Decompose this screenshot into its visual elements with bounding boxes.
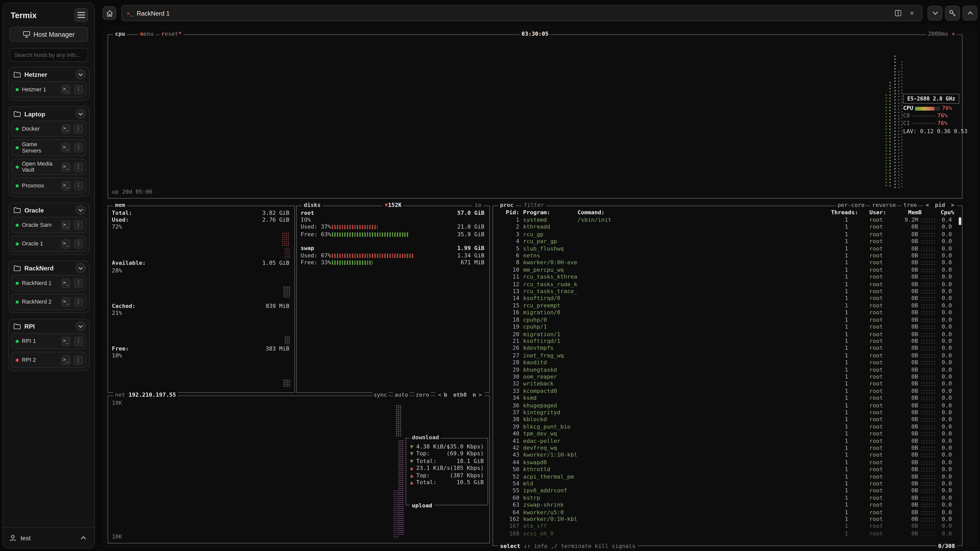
process-row[interactable]: 42devfreq_wq 1root0B 0.0 bbox=[497, 445, 958, 452]
reverse-tab[interactable]: reverse bbox=[871, 202, 897, 209]
host-terminal-button[interactable]: >_ bbox=[61, 143, 71, 152]
col-cpu[interactable]: Cpu% bbox=[941, 209, 954, 216]
tab-close-button[interactable]: × bbox=[907, 8, 917, 18]
host-menu-button[interactable]: ⋮ bbox=[74, 239, 83, 249]
host-terminal-button[interactable]: >_ bbox=[61, 221, 71, 230]
process-row[interactable]: 19cpuhp/1 1root0B 0.0 bbox=[497, 324, 958, 331]
host-menu-button[interactable]: ⋮ bbox=[74, 337, 83, 346]
sidebar-menu-button[interactable] bbox=[74, 8, 88, 22]
proc-rows[interactable]: 1systemd/sbin/init 1root9.2M 0.4 2kthrea… bbox=[497, 217, 958, 537]
collapse-panel-button[interactable] bbox=[963, 6, 977, 21]
host-terminal-button[interactable]: >_ bbox=[61, 181, 71, 191]
process-row[interactable]: 6netns 1root0B 0.0 bbox=[497, 252, 958, 259]
process-row[interactable]: 12rcu_tasks_rude_k 1root0B 0.0 bbox=[497, 281, 958, 288]
net-interface-tab[interactable]: <b eth0 n> bbox=[435, 392, 484, 399]
host-group-header[interactable]: Oracle bbox=[9, 203, 89, 217]
tab-racknerd-1[interactable]: >_ RackNerd 1 × bbox=[121, 5, 923, 21]
process-row[interactable]: 39blkcg_punt_bio 1root0B 0.0 bbox=[497, 424, 958, 430]
process-row[interactable]: 2kthreadd 1root0B 0.0 bbox=[497, 224, 958, 231]
process-row[interactable]: 34ksmd 1root0B 0.0 bbox=[497, 395, 958, 402]
process-row[interactable]: 11rcu_tasks_kthrea 1root0B 0.0 bbox=[497, 274, 958, 281]
process-row[interactable]: 37kintegrityd 1root0B 0.0 bbox=[497, 409, 958, 416]
host-menu-button[interactable]: ⋮ bbox=[74, 279, 83, 288]
pid-sort-tab[interactable]: < pid > bbox=[923, 202, 957, 209]
menu-shortcut[interactable]: menu bbox=[138, 30, 156, 38]
process-row[interactable]: 50kthrotld 1root0B 0.0 bbox=[497, 466, 958, 473]
host-group-header[interactable]: Hetzner bbox=[9, 67, 89, 81]
process-row[interactable]: 168scsi_eh_0 1root0B 0.0 bbox=[497, 530, 958, 537]
process-row[interactable]: 5slub_flushwq 1root0B 0.0 bbox=[497, 245, 958, 252]
host-item[interactable]: Game Servers >_ ⋮ bbox=[11, 139, 86, 156]
host-terminal-button[interactable]: >_ bbox=[61, 279, 71, 288]
host-item[interactable]: Docker >_ ⋮ bbox=[11, 121, 86, 137]
process-row[interactable]: 10mm_percpu_wq 1root0B 0.0 bbox=[497, 267, 958, 274]
process-row[interactable]: 60kstrp 1root0B 0.0 bbox=[497, 495, 958, 502]
net-tab-zero[interactable]: zero bbox=[414, 392, 431, 399]
host-item[interactable]: Hetzner 1 >_ ⋮ bbox=[11, 81, 86, 97]
host-terminal-button[interactable]: >_ bbox=[61, 239, 71, 249]
col-memb[interactable]: MemB bbox=[908, 209, 921, 216]
process-row[interactable]: 20migration/1 1root0B 0.0 bbox=[497, 331, 958, 338]
terminal-view[interactable]: cpu menu reset* 03:30:05 2000ms + E5-268… bbox=[103, 25, 978, 548]
host-terminal-button[interactable]: >_ bbox=[61, 355, 71, 365]
host-menu-button[interactable]: ⋮ bbox=[74, 162, 83, 171]
col-command[interactable]: Command: bbox=[578, 209, 605, 216]
process-row[interactable]: 16migration/0 1root0B 0.0 bbox=[497, 310, 958, 317]
process-row[interactable]: 4rcu_par_gp 1root0B 0.0 bbox=[497, 238, 958, 245]
home-button[interactable] bbox=[103, 6, 116, 20]
process-row[interactable]: 41edac-poller 1root0B 0.0 bbox=[497, 438, 958, 445]
host-terminal-button[interactable]: >_ bbox=[61, 337, 71, 346]
split-view-button[interactable] bbox=[893, 8, 903, 18]
process-row[interactable]: 13rcu_tasks_trace_ 1root0B 0.0 bbox=[497, 288, 958, 295]
group-collapse-button[interactable] bbox=[76, 109, 86, 119]
process-row[interactable]: 44kswapd0 1root0B 0.0 bbox=[497, 459, 958, 466]
host-terminal-button[interactable]: >_ bbox=[61, 162, 71, 171]
tab-list-dropdown-button[interactable] bbox=[928, 6, 942, 21]
host-terminal-button[interactable]: >_ bbox=[61, 85, 71, 94]
process-row[interactable]: 15rcu_preempt 1root0B 0.0 bbox=[497, 302, 958, 310]
host-terminal-button[interactable]: >_ bbox=[61, 124, 71, 133]
host-group-header[interactable]: Laptop bbox=[9, 107, 89, 121]
host-menu-button[interactable]: ⋮ bbox=[74, 221, 83, 230]
process-row[interactable]: 27inet_frag_wq 1root0B 0.0 bbox=[497, 352, 958, 359]
host-item[interactable]: Proxmox >_ ⋮ bbox=[11, 178, 86, 194]
process-row[interactable]: 14ksoftirqd/0 1root0B 0.0 bbox=[497, 295, 958, 302]
process-row[interactable]: 36khugepaged 1root0B 0.0 bbox=[497, 402, 958, 409]
per-core-tab[interactable]: per-core bbox=[836, 202, 866, 209]
host-menu-button[interactable]: ⋮ bbox=[74, 124, 83, 133]
host-item[interactable]: Oracle 1 >_ ⋮ bbox=[11, 236, 86, 252]
process-row[interactable]: 54mld 1root0B 0.0 bbox=[497, 480, 958, 487]
group-collapse-button[interactable] bbox=[76, 321, 86, 331]
process-row[interactable]: 64kworker/u5:0 1root0B 0.0 bbox=[497, 509, 958, 516]
col-pid[interactable]: Pid: bbox=[497, 209, 519, 216]
reset-shortcut[interactable]: reset* bbox=[159, 30, 183, 38]
sidebar-footer[interactable]: test bbox=[3, 527, 94, 548]
host-group-header[interactable]: RPI bbox=[9, 319, 89, 333]
process-row[interactable]: 32writeback 1root0B 0.0 bbox=[497, 381, 958, 388]
process-row[interactable]: 63zswap-shrink 1root0B 0.0 bbox=[497, 502, 958, 509]
process-row[interactable]: 40tpm_dev_wq 1root0B 0.0 bbox=[497, 430, 958, 438]
process-row[interactable]: 26kdevtmpfs 1root0B 0.0 bbox=[497, 345, 958, 352]
host-menu-button[interactable]: ⋮ bbox=[74, 297, 83, 306]
host-menu-button[interactable]: ⋮ bbox=[74, 85, 83, 94]
group-collapse-button[interactable] bbox=[76, 69, 86, 79]
io-tab[interactable]: io bbox=[473, 202, 483, 209]
process-row[interactable]: 21ksoftirqd/1 1root0B 0.0 bbox=[497, 338, 958, 345]
process-row[interactable]: 1systemd/sbin/init 1root9.2M 0.4 bbox=[497, 217, 958, 224]
host-item[interactable]: RackNerd 2 >_ ⋮ bbox=[11, 294, 86, 310]
process-row[interactable]: 52acpi_thermal_pm 1root0B 0.0 bbox=[497, 473, 958, 480]
col-user[interactable]: User: bbox=[870, 209, 886, 216]
host-menu-button[interactable]: ⋮ bbox=[74, 355, 83, 365]
process-row[interactable]: 38kblockd 1root0B 0.0 bbox=[497, 416, 958, 424]
process-row[interactable]: 55ipv6_addrconf 1root0B 0.0 bbox=[497, 487, 958, 495]
process-row[interactable]: 43kworker/1:1H-kbl 1root0B 0.0 bbox=[497, 452, 958, 459]
group-collapse-button[interactable] bbox=[76, 205, 86, 215]
process-row[interactable]: 167ata_sff 1root0B 0.0 bbox=[497, 523, 958, 530]
host-item[interactable]: Open Media Vault >_ ⋮ bbox=[11, 159, 86, 175]
host-item[interactable]: RPI 2 >_ ⋮ bbox=[11, 352, 86, 368]
net-tab-sync[interactable]: sync bbox=[372, 392, 388, 399]
process-row[interactable]: 3rcu_gp 1root0B 0.0 bbox=[497, 231, 958, 238]
refresh-interval[interactable]: 2000ms + bbox=[926, 30, 957, 38]
search-input[interactable] bbox=[10, 48, 88, 62]
filter-tab[interactable]: filter bbox=[522, 202, 546, 209]
